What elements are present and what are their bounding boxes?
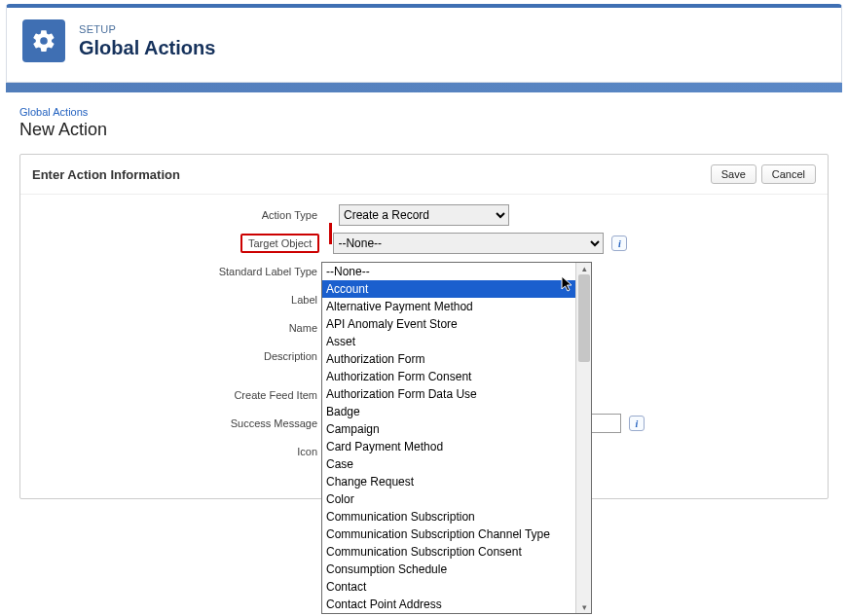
scroll-down-arrow-icon[interactable]: ▾ [579,602,589,612]
dropdown-option[interactable]: Campaign [322,420,575,438]
save-button[interactable]: Save [711,164,756,184]
setup-eyebrow: SETUP [79,23,215,35]
label-description: Description [30,350,327,362]
dropdown-option[interactable]: Change Request [322,473,575,490]
scroll-thumb[interactable] [578,274,590,362]
form-section-title: Enter Action Information [32,167,180,182]
required-indicator [329,223,332,244]
label-standard-label-type: Standard Label Type [30,266,327,277]
action-type-select[interactable]: Create a Record [339,204,509,226]
label-label: Label [30,294,327,306]
dropdown-option[interactable]: API Anomaly Event Store [322,315,575,333]
page-subtitle: New Action [19,120,829,140]
help-icon[interactable]: i [611,236,627,251]
target-object-select[interactable]: --None-- [333,233,604,254]
form-header: Enter Action Information Save Cancel [20,155,828,195]
dropdown-option[interactable]: Card Payment Method [322,438,575,455]
target-object-dropdown: --None--AccountAlternative Payment Metho… [321,262,592,614]
gear-icon [31,28,56,54]
dropdown-scrollbar[interactable]: ▴ ▾ [575,263,591,613]
label-action-type: Action Type [30,209,327,221]
dropdown-option[interactable]: Case [322,455,575,473]
dropdown-option[interactable]: Contact [322,578,575,596]
header-text: SETUP Global Actions [79,23,215,59]
setup-gear-tile [22,19,65,62]
label-target-object: Target Object [240,234,319,253]
label-success-message: Success Message [30,417,327,429]
header-accent-strip [6,83,842,92]
dropdown-option[interactable]: Consumption Schedule [322,561,575,578]
dropdown-option[interactable]: Authorization Form [322,350,575,368]
dropdown-option[interactable]: Color [322,490,575,508]
dropdown-option[interactable]: Alternative Payment Method [322,298,575,315]
label-icon: Icon [30,446,327,457]
dropdown-option[interactable]: Communication Subscription Consent [322,543,575,561]
page-header: SETUP Global Actions [6,4,842,83]
dropdown-listbox[interactable]: --None--AccountAlternative Payment Metho… [322,263,575,613]
page-title: Global Actions [79,37,215,59]
dropdown-option[interactable]: Authorization Form Consent [322,368,575,385]
label-name: Name [30,322,327,334]
label-create-feed-item: Create Feed Item [30,389,327,401]
cancel-button[interactable]: Cancel [761,164,816,184]
breadcrumb: Global Actions [19,106,829,118]
dropdown-option[interactable]: Account [322,280,575,298]
dropdown-option[interactable]: Communication Subscription Channel Type [322,525,575,543]
dropdown-option[interactable]: Authorization Form Data Use [322,385,575,403]
dropdown-option[interactable]: Asset [322,333,575,350]
dropdown-option[interactable]: Badge [322,403,575,420]
dropdown-option[interactable]: --None-- [322,263,575,280]
scroll-up-arrow-icon[interactable]: ▴ [579,264,589,273]
breadcrumb-link-global-actions[interactable]: Global Actions [19,106,88,118]
dropdown-option[interactable]: Contact Point Address [322,596,575,613]
dropdown-option[interactable]: Communication Subscription [322,508,575,525]
help-icon[interactable]: i [629,416,645,431]
